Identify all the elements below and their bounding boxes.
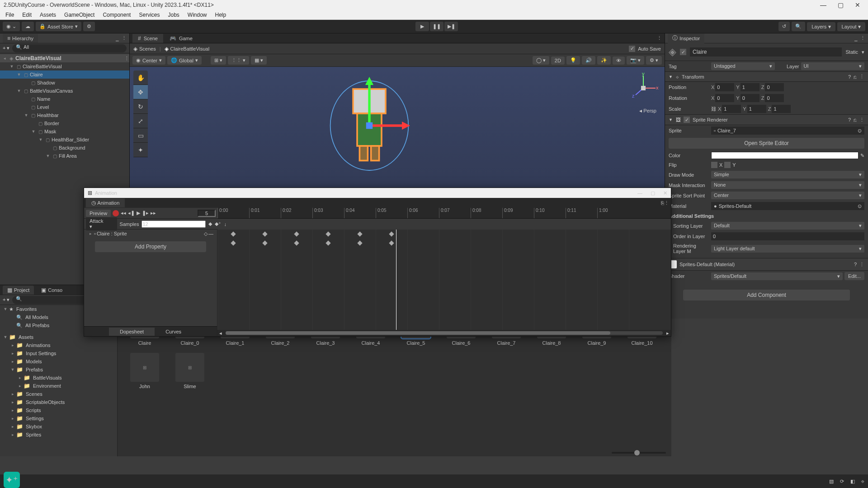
project-folder[interactable]: ▸Animations <box>0 341 117 349</box>
material-header[interactable]: Sprites-Default (Material) ? ⋮ <box>665 258 868 271</box>
audio-toggle[interactable]: 🔊 <box>582 56 595 65</box>
status-icon-1[interactable]: ▧ <box>829 479 834 484</box>
status-icon-4[interactable]: ⎆ <box>861 479 864 484</box>
draw-mode-dropdown[interactable]: Simple▾ <box>711 171 864 178</box>
sr-preset-icon[interactable]: ⎌ <box>854 117 857 122</box>
mat-menu-icon[interactable]: ⋮ <box>859 262 864 267</box>
sprite-renderer-enabled[interactable] <box>684 117 690 123</box>
mat-help-icon[interactable]: ? <box>854 262 857 267</box>
project-folder[interactable]: ▸Input Settings <box>0 349 117 357</box>
thumbnail-size-slider[interactable] <box>612 452 666 454</box>
inspector-tab[interactable]: ⓘ Inspector <box>668 33 704 43</box>
sprite-renderer-header[interactable]: ▼🖼 Sprite Renderer ? ⎌ ⋮ <box>665 114 868 125</box>
grid-toggle-button[interactable]: ▦ ▾ <box>251 56 267 65</box>
anim-last-frame-button[interactable]: ▸▸ <box>151 210 156 216</box>
project-folder[interactable]: ▸BattleVisuals <box>0 374 117 382</box>
console-tab[interactable]: ▣ Conso <box>37 286 67 295</box>
breadcrumb-current[interactable]: ◈ ClaireBattleVisual <box>165 46 210 52</box>
2d-toggle[interactable]: 2D <box>551 56 565 65</box>
add-component-button[interactable]: Add Component <box>683 290 850 300</box>
minimize-button[interactable]: — <box>816 1 830 9</box>
gameobject-name-field[interactable] <box>690 47 842 56</box>
hierarchy-search[interactable]: 🔍 All <box>12 44 127 52</box>
animation-tab[interactable]: ◷ Animation <box>86 198 125 207</box>
muse-icon[interactable]: ✦⁺ <box>4 472 20 488</box>
hierarchy-item[interactable]: ▼BattleVisualCanvas <box>0 87 129 95</box>
project-folder[interactable]: ▸Skybox <box>0 422 117 431</box>
transform-help-icon[interactable]: ? <box>848 74 851 80</box>
sr-help-icon[interactable]: ? <box>848 117 851 122</box>
menu-window[interactable]: Window <box>184 11 211 19</box>
transform-menu-icon[interactable]: ⋮ <box>859 74 864 80</box>
menu-jobs[interactable]: Jobs <box>164 11 183 19</box>
hierarchy-item[interactable]: ▼Fill Area <box>0 152 129 160</box>
pivot-mode-dropdown[interactable]: ◉ Center ▾ <box>132 56 165 65</box>
gizmos-button[interactable]: ⚙ ▾ <box>646 56 662 65</box>
prefab-header[interactable]: ◂ ClaireBattleVisual ⋮ <box>0 54 129 62</box>
fx-toggle[interactable]: ✨ <box>597 56 611 65</box>
anim-link-icon[interactable]: ⎘ <box>661 200 664 206</box>
dopesheet-tab[interactable]: Dopesheet <box>109 328 155 336</box>
undo-history-button[interactable]: ↺ <box>778 22 790 31</box>
project-add-button[interactable]: + ▾ <box>3 297 9 303</box>
material-field[interactable]: ● Sprites-Default⊙ <box>711 202 864 210</box>
asset-store-button[interactable]: 🔒 Asset Store ▾ <box>36 22 81 31</box>
hierarchy-item[interactable]: ▼HealthBar_Slider <box>0 136 129 144</box>
orientation-gizmo[interactable]: y x z <box>627 72 659 104</box>
shader-dropdown[interactable]: Sprites/Default▾ <box>711 272 843 280</box>
breadcrumb-scenes[interactable]: ◈ Scenes <box>133 46 156 52</box>
anim-next-frame-button[interactable]: ❚▸ <box>142 210 149 216</box>
keyframe[interactable] <box>262 240 267 245</box>
prefab-menu-icon[interactable]: ⋮ <box>124 56 129 61</box>
hierarchy-item[interactable]: ▼Mask <box>0 127 129 136</box>
anim-close-button[interactable]: ✕ <box>663 190 667 196</box>
play-button[interactable]: ▶ <box>415 22 429 31</box>
rotate-tool[interactable]: ↻ <box>133 99 148 114</box>
transform-tool[interactable]: ✦ <box>133 143 148 157</box>
anim-first-frame-button[interactable]: ◂◂ <box>121 210 126 216</box>
anim-property-row[interactable]: ▸ ▫ Claire : Sprite ◇ — <box>84 230 217 238</box>
project-folder[interactable]: ▸Scripts <box>0 406 117 414</box>
project-folder[interactable]: ▸ScriptableObjects <box>0 398 117 406</box>
menu-assets[interactable]: Assets <box>36 11 60 19</box>
scene-tab-menu-icon[interactable]: ⋮ <box>657 35 662 41</box>
move-tool[interactable]: ✥ <box>133 85 148 99</box>
keyframe[interactable] <box>389 240 394 245</box>
project-folder[interactable]: ▸Scenes <box>0 390 117 398</box>
order-in-layer-field[interactable] <box>711 232 864 240</box>
menu-file[interactable]: File <box>2 11 18 19</box>
hierarchy-options-icon[interactable]: ⎯ <box>116 36 119 41</box>
layer-dropdown[interactable]: UI▾ <box>801 62 865 70</box>
project-tab[interactable]: ▦ Project <box>3 286 34 295</box>
transform-preset-icon[interactable]: ⎌ <box>854 74 857 80</box>
sort-point-dropdown[interactable]: Center▾ <box>711 192 864 199</box>
step-button[interactable]: ▶❚ <box>444 22 458 31</box>
sr-menu-icon[interactable]: ⋮ <box>859 117 864 123</box>
inspector-lock-icon[interactable]: ⎯ <box>854 36 858 41</box>
playhead[interactable] <box>396 230 396 336</box>
hand-tool[interactable]: ✋ <box>133 70 148 85</box>
anim-prop-options-icon[interactable]: ◇ <box>204 231 208 237</box>
anim-minimize-button[interactable]: — <box>637 190 642 196</box>
anim-prev-frame-button[interactable]: ◂❚ <box>128 210 135 216</box>
animation-titlebar[interactable]: ⊞ Animation — ▢ ✕ <box>84 188 671 198</box>
scale-tool[interactable]: ⤢ <box>133 114 148 128</box>
rendering-layer-mask-dropdown[interactable]: Light Layer default▾ <box>711 245 864 253</box>
status-icon-2[interactable]: ⟳ <box>840 479 844 484</box>
anim-menu-icon[interactable]: ⋮ <box>664 200 669 206</box>
asset-item[interactable]: ⊞John <box>122 353 167 389</box>
hierarchy-tab[interactable]: ≡ Hierarchy <box>3 34 38 43</box>
inspector-menu-icon[interactable]: ⋮ <box>860 35 865 41</box>
hierarchy-item[interactable]: ▼Claire <box>0 70 129 79</box>
add-property-button[interactable]: Add Property <box>95 241 206 252</box>
flip-y-checkbox[interactable] <box>724 162 731 168</box>
hierarchy-item[interactable]: ▼ClaireBattleVisual <box>0 62 129 70</box>
project-folder[interactable]: ▸Environment <box>0 382 117 390</box>
asset-item[interactable]: ⊞Slime <box>167 353 212 389</box>
project-folder[interactable]: ▸Settings <box>0 414 117 422</box>
keyframe[interactable] <box>357 231 362 236</box>
timeline-scrollbar[interactable]: ◂ ▸ <box>217 330 671 336</box>
project-folder[interactable]: ▼Prefabs <box>0 366 117 374</box>
curves-tab[interactable]: Curves <box>155 328 192 336</box>
hierarchy-item[interactable]: Shadow <box>0 79 129 87</box>
